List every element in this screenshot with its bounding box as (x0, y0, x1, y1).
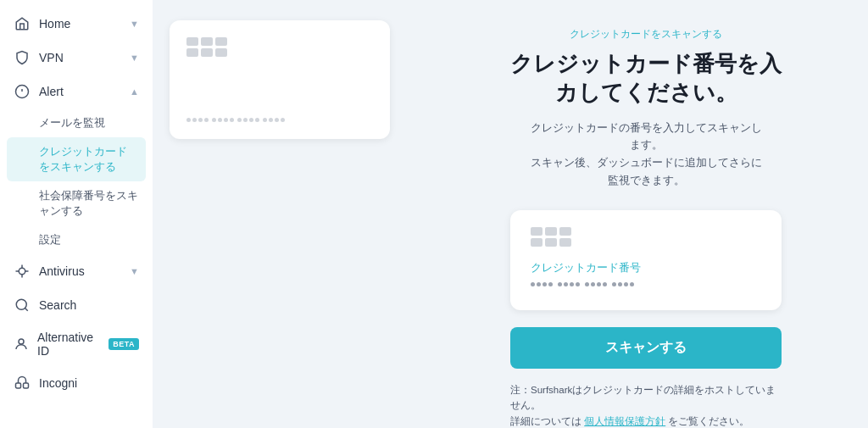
chip-block (559, 227, 571, 236)
sidebar-item-alternative-id-label: Alternative ID (37, 331, 95, 358)
center-panel (153, 0, 424, 428)
dot (212, 118, 216, 122)
widget-chip (531, 227, 761, 247)
card-input-widget: クレジットカード番号 (510, 210, 782, 310)
sidebar-item-vpn-label: VPN (39, 51, 64, 64)
incogni-icon (14, 375, 31, 392)
widget-dot (597, 282, 601, 286)
chip-block (201, 48, 213, 57)
svg-point-10 (19, 339, 24, 344)
submenu-item-ssn-scan[interactable]: 社会保障番号をスキャンする (0, 181, 153, 225)
dot (269, 118, 273, 122)
widget-dot (630, 282, 634, 286)
antivirus-chevron-icon: ▼ (130, 266, 139, 276)
submenu-item-email-monitor[interactable]: メールを監視 (0, 108, 153, 137)
svg-rect-11 (16, 383, 21, 388)
notice-text: 注：Surfsharkはクレジットカードの詳細をホストしていません。 詳細につい… (510, 382, 782, 428)
sidebar-item-vpn[interactable]: VPN ▼ (0, 41, 153, 75)
notice-line2: 詳細については (510, 416, 581, 426)
vpn-chevron-icon: ▼ (130, 53, 139, 63)
vpn-icon (14, 49, 31, 66)
sidebar: Home ▼ VPN ▼ Alert ▲ メールを監視 クレジットカードをスキャ… (0, 0, 153, 428)
widget-dot-group (558, 282, 580, 286)
notice-line3: をご覧ください。 (668, 416, 749, 426)
dot (224, 118, 228, 122)
sidebar-item-antivirus-label: Antivirus (39, 264, 85, 278)
alert-chevron-icon: ▲ (130, 86, 139, 97)
widget-dot (576, 282, 580, 286)
widget-dot (564, 282, 568, 286)
sidebar-item-alternative-id[interactable]: Alternative ID BETA (0, 322, 153, 366)
search-icon (14, 297, 31, 314)
dot-group (263, 118, 285, 122)
alert-icon (14, 83, 31, 100)
chip-block (559, 238, 571, 247)
sidebar-item-incogni-label: Incogni (39, 376, 77, 390)
chip-block (531, 227, 542, 236)
dot (218, 118, 222, 122)
card-chip (186, 37, 373, 57)
sidebar-item-home-label: Home (39, 17, 70, 31)
antivirus-icon (14, 263, 31, 280)
chip-block (531, 238, 542, 247)
chip-block (215, 48, 227, 57)
widget-dot (591, 282, 595, 286)
sidebar-item-alert-label: Alert (39, 85, 64, 98)
privacy-policy-link[interactable]: 個人情報保護方針 (584, 416, 665, 426)
alternative-id-icon (14, 336, 29, 353)
home-chevron-icon: ▼ (130, 19, 139, 29)
widget-dot (585, 282, 589, 286)
sidebar-item-search-label: Search (39, 298, 76, 312)
widget-dots-row (531, 282, 761, 286)
widget-dot (612, 282, 616, 286)
widget-dot (548, 282, 553, 286)
svg-rect-12 (24, 383, 29, 388)
sidebar-item-alert[interactable]: Alert ▲ (0, 75, 153, 108)
widget-dot (531, 282, 535, 286)
sidebar-item-home[interactable]: Home ▼ (0, 7, 153, 41)
chip-block (201, 37, 213, 46)
submenu-item-settings[interactable]: 設定 (0, 225, 153, 254)
widget-dot (603, 282, 607, 286)
widget-dot-group (612, 282, 634, 286)
dot (198, 118, 203, 122)
chip-block (186, 48, 198, 57)
beta-badge: BETA (108, 338, 139, 350)
widget-dot-group (585, 282, 607, 286)
sidebar-item-search[interactable]: Search (0, 288, 153, 322)
widget-dot (618, 282, 622, 286)
widget-dot-group (531, 282, 553, 286)
dot (249, 118, 253, 122)
scan-button[interactable]: スキャンする (510, 327, 782, 369)
dot (263, 118, 267, 122)
chip-block (545, 227, 557, 236)
dot (186, 118, 191, 122)
sidebar-item-incogni[interactable]: Incogni (0, 366, 153, 400)
panel-description: クレジットカードの番号を入力してスキャンします。 スキャン後、ダッシュボードに追… (527, 120, 765, 190)
dot (237, 118, 242, 122)
svg-line-9 (25, 308, 27, 310)
card-number-label: クレジットカード番号 (531, 260, 761, 275)
svg-point-3 (19, 268, 25, 275)
main-content: クレジットカードをスキャンする クレジットカード番号を入カしてください。 クレジ… (153, 0, 868, 428)
right-panel: クレジットカードをスキャンする クレジットカード番号を入カしてください。 クレジ… (424, 0, 868, 428)
dot (255, 118, 259, 122)
dot (281, 118, 285, 122)
chip-block (215, 37, 227, 46)
home-icon (14, 15, 31, 32)
dot (230, 118, 234, 122)
sidebar-item-antivirus[interactable]: Antivirus ▼ (0, 254, 153, 288)
panel-title: クレジットカード番号を入カしてください。 (510, 50, 782, 108)
panel-subtitle: クレジットカードをスキャンする (570, 27, 722, 42)
widget-dot (624, 282, 628, 286)
submenu-item-credit-card[interactable]: クレジットカードをスキャンする (7, 137, 146, 181)
dot (204, 118, 209, 122)
widget-dot (558, 282, 562, 286)
widget-dot (537, 282, 541, 286)
chip-block (186, 37, 198, 46)
widget-dot (570, 282, 574, 286)
svg-point-8 (16, 299, 26, 309)
widget-dot (542, 282, 547, 286)
alert-submenu: メールを監視 クレジットカードをスキャンする 社会保障番号をスキャンする 設定 (0, 108, 153, 254)
dot-group (212, 118, 234, 122)
